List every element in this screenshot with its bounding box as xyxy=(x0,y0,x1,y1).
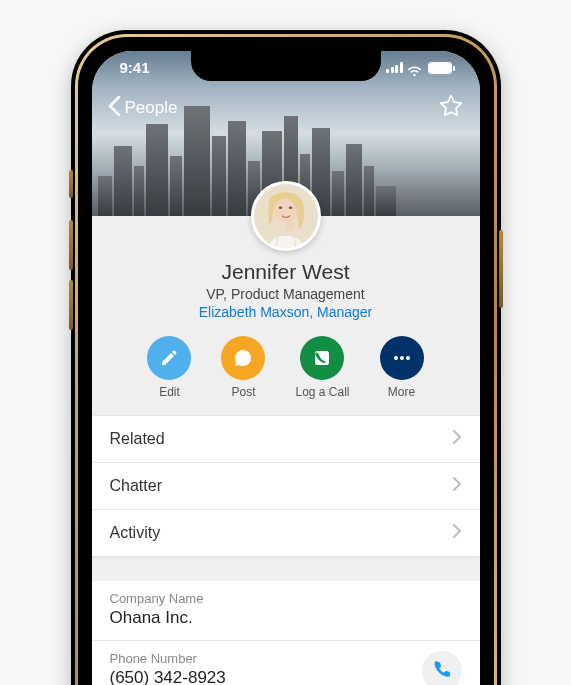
section-list: Related Chatter Activity xyxy=(92,415,480,557)
section-gap xyxy=(92,557,480,581)
chevron-right-icon xyxy=(453,430,462,448)
activity-label: Activity xyxy=(110,524,161,542)
status-bar: 9:41 xyxy=(92,59,480,76)
chatter-label: Chatter xyxy=(110,477,162,495)
related-label: Related xyxy=(110,430,165,448)
company-field: Company Name Ohana Inc. xyxy=(92,581,480,641)
signal-icon xyxy=(386,62,403,73)
back-label: People xyxy=(125,98,178,118)
person-name: Jennifer West xyxy=(104,260,468,284)
chevron-right-icon xyxy=(453,524,462,542)
phone-value[interactable]: (650) 342-8923 xyxy=(110,668,462,685)
more-button[interactable]: More xyxy=(380,336,424,399)
svg-point-8 xyxy=(406,356,410,360)
post-button[interactable]: Post xyxy=(221,336,265,399)
volume-up-button[interactable] xyxy=(69,220,73,270)
action-row: Edit Post Log a Call xyxy=(104,336,468,399)
edit-label: Edit xyxy=(159,385,180,399)
svg-point-4 xyxy=(286,221,295,232)
chevron-left-icon xyxy=(108,96,121,121)
avatar[interactable] xyxy=(251,181,321,251)
activity-row[interactable]: Activity xyxy=(92,510,480,557)
chat-icon xyxy=(221,336,265,380)
phone-label: Phone Number xyxy=(110,651,462,666)
wifi-icon xyxy=(407,62,422,73)
svg-point-7 xyxy=(400,356,404,360)
pencil-icon xyxy=(147,336,191,380)
svg-point-2 xyxy=(278,207,282,209)
screen: 9:41 xyxy=(92,51,480,685)
log-call-button[interactable]: Log a Call xyxy=(295,336,349,399)
favorite-button[interactable] xyxy=(438,93,464,123)
back-button[interactable]: People xyxy=(108,96,178,121)
power-button[interactable] xyxy=(499,230,503,308)
person-title: VP, Product Management xyxy=(104,286,468,302)
phone-frame: 9:41 xyxy=(71,30,501,685)
silence-switch[interactable] xyxy=(69,170,73,198)
more-label: More xyxy=(388,385,415,399)
phone-field: Phone Number (650) 342-8923 xyxy=(92,641,480,685)
call-button[interactable] xyxy=(422,651,462,686)
chatter-row[interactable]: Chatter xyxy=(92,463,480,510)
volume-down-button[interactable] xyxy=(69,280,73,330)
log-call-label: Log a Call xyxy=(295,385,349,399)
phone-log-icon xyxy=(300,336,344,380)
status-time: 9:41 xyxy=(120,59,150,76)
chevron-right-icon xyxy=(453,477,462,495)
svg-point-6 xyxy=(394,356,398,360)
svg-point-3 xyxy=(288,207,292,209)
battery-icon xyxy=(428,62,452,74)
person-manager-link[interactable]: Elizabeth Maxson, Manager xyxy=(104,304,468,320)
company-value: Ohana Inc. xyxy=(110,608,462,628)
post-label: Post xyxy=(231,385,255,399)
company-label: Company Name xyxy=(110,591,462,606)
related-row[interactable]: Related xyxy=(92,415,480,463)
more-icon xyxy=(380,336,424,380)
phone-icon xyxy=(432,659,452,683)
edit-button[interactable]: Edit xyxy=(147,336,191,399)
